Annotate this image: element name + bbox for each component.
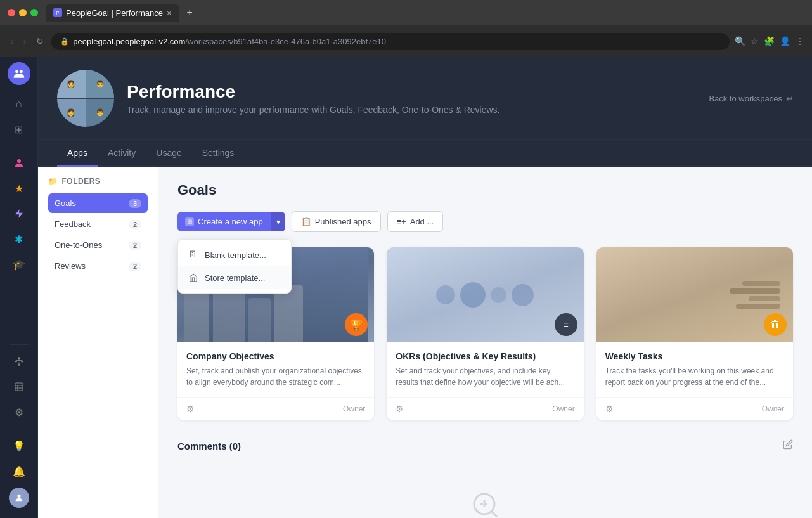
- comments-title: Comments (0): [177, 441, 241, 451]
- sidebar-icon-people[interactable]: [8, 152, 30, 174]
- svg-point-2: [17, 159, 21, 163]
- nav-tabs: Apps Activity Usage Settings: [38, 140, 812, 167]
- create-new-app-button[interactable]: ⊞ Create a new app: [177, 212, 271, 231]
- comments-edit-icon[interactable]: [783, 439, 793, 452]
- profile-btn[interactable]: 👤: [780, 36, 790, 46]
- card-desc-2: Set and track your objectives, and inclu…: [396, 365, 574, 388]
- svg-rect-7: [18, 364, 20, 366]
- card-owner-3: Owner: [762, 405, 784, 413]
- card-okrs[interactable]: ≡ OKRs (Objectives & Key Results) Set an…: [387, 247, 583, 420]
- sidebar-icon-dashboard[interactable]: ⊞: [8, 118, 30, 141]
- comments-section: Comments (0) There: [177, 439, 793, 518]
- comments-empty: There are no comments to show.: [177, 465, 793, 518]
- sidebar-icon-graduation[interactable]: 🎓: [8, 253, 30, 276]
- back-to-workspaces[interactable]: Back to workspaces ↩: [709, 94, 793, 103]
- published-icon: 📋: [301, 217, 311, 226]
- sidebar-icon-hierarchy[interactable]: [8, 350, 30, 373]
- back-label: Back to workspaces: [709, 94, 782, 103]
- tab-active[interactable]: P PeopleGoal | Performance ×: [46, 4, 179, 22]
- card-weekly-tasks[interactable]: 🗑 Weekly Tasks Track the tasks you'll be…: [596, 247, 793, 420]
- tab-settings[interactable]: Settings: [192, 140, 245, 167]
- back-button[interactable]: ‹: [8, 34, 16, 49]
- browser-chrome: P PeopleGoal | Performance × + ‹ › ↻ 🔒 p…: [0, 0, 812, 57]
- store-template-item[interactable]: Store template...: [178, 266, 291, 289]
- card-title-1: Company Objectives: [186, 351, 365, 361]
- sidebar-icon-settings[interactable]: ⚙: [8, 401, 30, 424]
- tab-title: PeopleGoal | Performance: [66, 8, 163, 18]
- back-arrow-icon: ↩: [786, 94, 793, 103]
- folder-item-goals[interactable]: Goals 3: [48, 193, 148, 213]
- lock-icon: 🔒: [60, 37, 69, 46]
- card-footer-3: ⚙ Owner: [596, 397, 793, 420]
- close-traffic-light[interactable]: [8, 9, 15, 16]
- blank-template-item[interactable]: Blank template...: [178, 243, 291, 266]
- sidebar-divider-2: [10, 429, 29, 429]
- sidebar-icon-star[interactable]: ★: [8, 177, 30, 200]
- sidebar-icon-home[interactable]: ⌂: [8, 93, 30, 115]
- card-settings-3[interactable]: ⚙: [605, 404, 614, 414]
- forward-button[interactable]: ›: [21, 34, 29, 49]
- folders-title: 📁 Folders: [48, 177, 148, 186]
- tab-bar: P PeopleGoal | Performance × +: [46, 4, 804, 22]
- add-button[interactable]: ≡+ Add ...: [387, 211, 444, 232]
- sidebar-icon-bulb[interactable]: 💡: [8, 434, 30, 457]
- user-profile-avatar[interactable]: [9, 488, 29, 508]
- app-title: Performance: [127, 82, 500, 102]
- store-template-icon: [188, 273, 198, 283]
- add-icon: ≡+: [397, 217, 406, 226]
- main-content: 👩 👨 👩 👨 Performance Track, manage and im…: [38, 57, 812, 518]
- blank-template-icon: [188, 250, 198, 260]
- browser-addressbar: ‹ › ↻ 🔒 peoplegoal.peoplegoal-v2.com/wor…: [0, 25, 812, 57]
- minimize-traffic-light[interactable]: [19, 9, 27, 16]
- sidebar-icon-bell[interactable]: 🔔: [8, 460, 30, 482]
- main-panel: Goals ⊞ Create a new app ▾ 📋 Published a…: [158, 167, 812, 518]
- extensions-btn[interactable]: 🧩: [764, 36, 775, 46]
- card-settings-1[interactable]: ⚙: [186, 404, 195, 414]
- tab-apps[interactable]: Apps: [57, 140, 98, 167]
- card-image-2: ≡: [387, 247, 583, 342]
- browser-titlebar: P PeopleGoal | Performance × +: [0, 0, 812, 25]
- svg-rect-4: [18, 357, 20, 359]
- tab-close-btn[interactable]: ×: [167, 8, 172, 18]
- card-settings-2[interactable]: ⚙: [396, 404, 404, 414]
- address-url: peoplegoal.peoplegoal-v2.com/workspaces/…: [73, 37, 386, 46]
- app-layout: ⌂ ⊞ ★ ✱ 🎓 ⚙ 💡 🔔: [0, 57, 812, 518]
- svg-point-0: [15, 70, 18, 73]
- card-footer-1: ⚙ Owner: [177, 397, 374, 420]
- address-bar[interactable]: 🔒 peoplegoal.peoplegoal-v2.com/workspace…: [51, 33, 730, 50]
- search-browser-btn[interactable]: 🔍: [735, 36, 745, 46]
- sidebar-icon-performance[interactable]: [8, 202, 30, 225]
- sidebar-divider: [10, 146, 29, 146]
- sidebar-divider-bottom: [10, 344, 29, 345]
- svg-point-16: [17, 495, 20, 498]
- folder-item-one-to-ones[interactable]: One-to-Ones 2: [48, 235, 148, 255]
- new-tab-button[interactable]: +: [182, 4, 198, 21]
- tab-activity[interactable]: Activity: [98, 140, 146, 167]
- folder-item-reviews[interactable]: Reviews 2: [48, 256, 148, 276]
- panel-title: Goals: [177, 182, 793, 198]
- card-owner-2: Owner: [552, 405, 574, 413]
- create-icon: ⊞: [185, 217, 194, 226]
- card-image-3: 🗑: [596, 247, 793, 342]
- card-footer-2: ⚙ Owner: [387, 397, 583, 420]
- bookmark-btn[interactable]: ☆: [751, 36, 759, 46]
- create-dropdown-menu: Blank template... Store template...: [177, 239, 292, 294]
- user-avatar[interactable]: [8, 62, 30, 85]
- reload-button[interactable]: ↻: [34, 34, 46, 49]
- app-header: 👩 👨 👩 👨 Performance Track, manage and im…: [38, 57, 812, 140]
- menu-btn[interactable]: ⋮: [796, 36, 804, 46]
- sidebar-icon-asterisk[interactable]: ✱: [8, 228, 30, 250]
- sidebar-icon-table[interactable]: [8, 375, 30, 398]
- tab-usage[interactable]: Usage: [146, 140, 191, 167]
- svg-point-1: [19, 70, 22, 73]
- folder-item-feedback[interactable]: Feedback 2: [48, 214, 148, 234]
- traffic-lights: [8, 9, 38, 16]
- blank-template-label: Blank template...: [205, 250, 266, 260]
- browser-actions: 🔍 ☆ 🧩 👤 ⋮: [735, 36, 804, 46]
- card-desc-3: Track the tasks you'll be working on thi…: [605, 365, 784, 388]
- folder-badge-one-to-ones: 2: [129, 241, 141, 250]
- folder-badge-goals: 3: [129, 199, 141, 208]
- published-apps-button[interactable]: 📋 Published apps: [292, 211, 381, 232]
- maximize-traffic-light[interactable]: [30, 9, 38, 16]
- create-dropdown-arrow[interactable]: ▾: [271, 212, 285, 231]
